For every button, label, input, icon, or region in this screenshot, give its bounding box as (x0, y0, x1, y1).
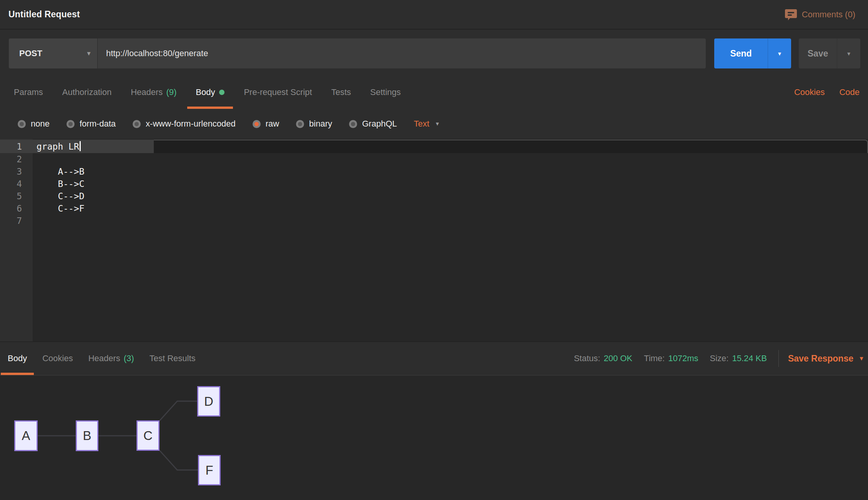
body-type-row: none form-data x-www-form-urlencoded raw… (0, 109, 868, 139)
line-number: 3 (0, 165, 33, 178)
code-text: C-->D (33, 190, 85, 202)
response-tab-body[interactable]: Body (1, 342, 34, 375)
request-tabs: Params Authorization Headers (9) Body Pr… (14, 75, 420, 109)
body-type-radio-raw[interactable]: raw (253, 119, 279, 129)
editor-line: 7 (0, 215, 868, 227)
cookies-link[interactable]: Cookies (794, 87, 825, 97)
body-type-radio-graphql[interactable]: GraphQL (349, 119, 397, 129)
method-dropdown[interactable]: POST ▾ (9, 38, 97, 68)
graph-node-c: C (136, 420, 160, 451)
response-header: Body Cookies Headers (3) Test Results St… (0, 342, 868, 375)
chevron-down-icon: ▾ (436, 121, 439, 127)
graph-node-d: D (197, 386, 220, 417)
send-label: Send (730, 48, 752, 59)
send-button[interactable]: Send (714, 38, 768, 68)
editor-line: 2 (0, 153, 868, 165)
save-options-button[interactable]: ▾ (837, 38, 860, 68)
radio-label: binary (309, 119, 332, 129)
status-label: Status: (574, 353, 600, 363)
response-tab-cookies[interactable]: Cookies (42, 342, 73, 375)
graph-node-a: A (14, 420, 38, 451)
chevron-down-icon: ▾ (847, 50, 850, 57)
tab-body-label: Body (196, 87, 215, 97)
tab-settings[interactable]: Settings (370, 75, 401, 109)
radio-icon (296, 120, 304, 128)
code-text: A-->B (33, 165, 85, 178)
tab-tests-label: Tests (331, 87, 351, 97)
status-pair: Status: 200 OK (574, 353, 632, 363)
radio-icon (18, 120, 26, 128)
meta-divider (778, 350, 779, 367)
request-tabs-row: Params Authorization Headers (9) Body Pr… (0, 75, 868, 109)
graph-node-b: B (76, 420, 98, 451)
radio-label: GraphQL (362, 119, 397, 129)
time-value: 1072ms (668, 353, 698, 363)
comment-bubble-icon (785, 9, 797, 20)
url-box: POST ▾ (9, 38, 706, 68)
radio-label: form-data (80, 119, 116, 129)
tab-tests[interactable]: Tests (331, 75, 351, 109)
topbar: Untitled Request Comments (0) (0, 0, 868, 30)
raw-body-editor[interactable]: 1 graph LR 2 3 A-->B 4 B-->C 5 C-->D (0, 139, 868, 342)
code-link[interactable]: Code (839, 87, 860, 97)
save-response-label: Save Response (788, 353, 853, 364)
edge-c-f (160, 450, 198, 470)
send-button-group: Send ▾ (714, 38, 791, 68)
raw-format-dropdown[interactable]: Text ▾ (414, 119, 439, 129)
tab-authorization[interactable]: Authorization (62, 75, 111, 109)
code-text: graph LR (37, 142, 79, 152)
size-pair: Size: 15.24 KB (710, 353, 767, 363)
line-number: 4 (0, 178, 33, 190)
request-bar: POST ▾ Send ▾ Save ▾ (0, 30, 868, 75)
request-right-links: Cookies Code (794, 75, 860, 109)
editor-lines: 1 graph LR 2 3 A-->B 4 B-->C 5 C-->D (0, 139, 868, 227)
tab-params[interactable]: Params (14, 75, 43, 109)
editor-line: 1 graph LR (0, 140, 868, 153)
comments-button[interactable]: Comments (0) (785, 9, 855, 20)
body-type-radio-none[interactable]: none (18, 119, 50, 129)
response-tab-cookies-label: Cookies (42, 353, 73, 363)
time-pair: Time: 1072ms (644, 353, 698, 363)
tab-settings-label: Settings (370, 87, 401, 97)
code-text (33, 153, 37, 165)
text-cursor (80, 141, 81, 151)
response-tab-body-label: Body (8, 353, 27, 363)
editor-line: 3 A-->B (0, 165, 868, 178)
body-modified-dot-icon (219, 90, 224, 95)
edge-c-d (160, 401, 197, 421)
tab-headers-count: (9) (166, 87, 176, 97)
response-tab-test-results[interactable]: Test Results (150, 342, 196, 375)
body-type-radio-form-data[interactable]: form-data (67, 119, 116, 129)
node-label: A (22, 428, 30, 443)
tab-pre-request-script[interactable]: Pre-request Script (244, 75, 312, 109)
radio-icon (133, 120, 141, 128)
save-response-button[interactable]: Save Response ▾ (788, 353, 863, 364)
radio-label: none (31, 119, 50, 129)
status-value: 200 OK (604, 353, 632, 363)
postman-request-window: Untitled Request Comments (0) POST ▾ Sen… (0, 0, 868, 500)
send-options-button[interactable]: ▾ (768, 38, 791, 68)
line-number: 6 (0, 202, 33, 215)
radio-label: raw (266, 119, 279, 129)
response-meta: Status: 200 OK Time: 1072ms Size: 15.24 … (574, 342, 863, 375)
body-type-radio-binary[interactable]: binary (296, 119, 332, 129)
graph-edges (0, 376, 269, 500)
node-label: F (205, 463, 213, 478)
chevron-down-icon: ▾ (87, 50, 90, 57)
line-number: 5 (0, 190, 33, 202)
node-label: D (204, 394, 213, 409)
url-input[interactable] (98, 38, 706, 68)
response-tab-headers[interactable]: Headers (3) (88, 342, 134, 375)
tab-body[interactable]: Body (187, 75, 233, 109)
line-number: 7 (0, 215, 33, 227)
save-button-group: Save ▾ (799, 38, 860, 68)
tab-headers-label: Headers (131, 87, 163, 97)
save-button[interactable]: Save (799, 38, 837, 68)
size-label: Size: (710, 353, 729, 363)
graph-node-f: F (198, 455, 221, 485)
tab-headers[interactable]: Headers (9) (131, 75, 176, 109)
body-type-radio-x-www-form-urlencoded[interactable]: x-www-form-urlencoded (133, 119, 236, 129)
editor-line: 6 C-->F (0, 202, 868, 215)
radio-label: x-www-form-urlencoded (146, 119, 236, 129)
time-label: Time: (644, 353, 665, 363)
